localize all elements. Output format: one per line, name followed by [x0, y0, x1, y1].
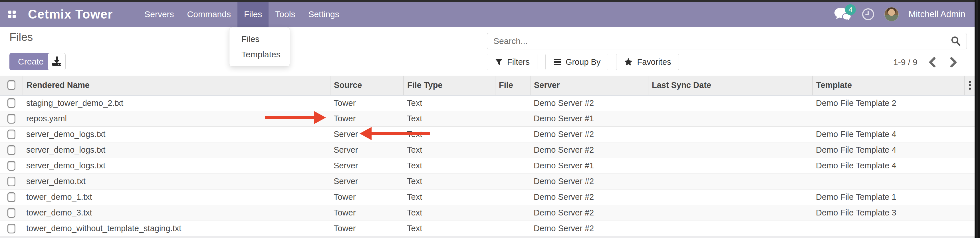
cell-source: Server: [330, 158, 404, 173]
cell-template: Demo File Template 4: [813, 127, 964, 142]
table-header-row: Rendered Name Source File Type File Serv…: [0, 76, 975, 95]
search-input[interactable]: [487, 36, 945, 46]
export-button[interactable]: [48, 53, 66, 70]
menu-item[interactable]: Servers: [138, 2, 180, 27]
files-table: Rendered Name Source File Type File Serv…: [0, 76, 975, 236]
cell-rendered-name: tower_demo_3.txt: [23, 205, 330, 221]
menu-item[interactable]: Settings: [302, 2, 345, 27]
column-header-rendered-name[interactable]: Rendered Name: [23, 76, 330, 95]
table-row[interactable]: tower_demo_3.txt Tower Text Demo Server …: [0, 205, 975, 221]
cell-template: Demo File Template 1: [813, 189, 964, 205]
cell-file: [495, 158, 530, 173]
page-title: Files: [10, 31, 33, 43]
row-select-cell: [0, 205, 23, 221]
cell-server: Demo Server #2: [530, 173, 648, 189]
row-checkbox[interactable]: [8, 98, 16, 108]
row-checkbox[interactable]: [8, 208, 16, 218]
menu-item[interactable]: Tools: [269, 2, 302, 27]
dropdown-item[interactable]: Templates: [229, 47, 290, 62]
cell-file-type: Text: [404, 158, 495, 173]
row-checkbox[interactable]: [8, 145, 16, 155]
row-checkbox[interactable]: [8, 130, 16, 139]
table-row[interactable]: server_demo_logs.txt Server Text Demo Se…: [0, 127, 975, 142]
table-row[interactable]: staging_tower_demo_2.txt Tower Text Demo…: [0, 95, 975, 111]
cell-source: Server: [330, 142, 404, 158]
cell-server: Demo Server #2: [530, 205, 648, 221]
pager-next-button[interactable]: [947, 56, 960, 68]
activities-button[interactable]: [862, 8, 875, 21]
row-select-cell: [0, 173, 23, 189]
pager-previous-button[interactable]: [926, 56, 939, 68]
table-row[interactable]: tower_demo_without_template_staging.txt …: [0, 221, 975, 236]
search-submit[interactable]: [945, 33, 967, 49]
user-avatar[interactable]: [885, 7, 899, 21]
table-row[interactable]: server_demo.txt Server Text Demo Server …: [0, 173, 975, 189]
cell-server: Demo Server #1: [530, 158, 648, 173]
row-checkbox[interactable]: [8, 192, 16, 202]
cell-last-sync-date: [648, 158, 813, 173]
favorites-button[interactable]: Favorites: [616, 54, 679, 70]
column-header-template[interactable]: Template: [813, 76, 964, 95]
download-icon: [51, 56, 63, 68]
column-header-last-sync-date[interactable]: Last Sync Date: [648, 76, 813, 95]
cell-options: [964, 205, 975, 221]
row-checkbox[interactable]: [8, 224, 16, 233]
cell-server: Demo Server #2: [530, 142, 648, 158]
table-row[interactable]: server_demo_logs.txt Server Text Demo Se…: [0, 158, 975, 173]
group-by-label: Group By: [566, 57, 601, 67]
brand-title[interactable]: Cetmix Tower: [24, 2, 116, 27]
table-row[interactable]: tower_demo_1.txt Tower Text Demo Server …: [0, 189, 975, 205]
search-icon: [950, 35, 961, 47]
cell-rendered-name: staging_tower_demo_2.txt: [23, 95, 330, 111]
cell-rendered-name: server_demo_logs.txt: [23, 142, 330, 158]
cell-last-sync-date: [648, 127, 813, 142]
cell-template: Demo File Template 4: [813, 142, 964, 158]
cell-source: Tower: [330, 205, 404, 221]
main-menu: Servers Commands Files Tools Settings: [138, 2, 346, 27]
screen: Cetmix Tower Servers Commands Files Tool…: [0, 0, 980, 238]
cell-server: Demo Server #1: [530, 111, 648, 127]
messages-button[interactable]: 4: [834, 6, 852, 22]
select-all-header[interactable]: [0, 76, 23, 95]
create-button[interactable]: Create: [10, 53, 52, 70]
cell-file-type: Text: [404, 142, 495, 158]
column-header-server[interactable]: Server: [530, 76, 648, 95]
column-header-source[interactable]: Source: [330, 76, 404, 95]
column-header-file[interactable]: File: [495, 76, 530, 95]
filters-button[interactable]: Filters: [487, 54, 538, 70]
menu-item[interactable]: Files: [237, 2, 269, 27]
cell-options: [964, 173, 975, 189]
table-row[interactable]: repos.yaml Tower Text Demo Server #1: [0, 111, 975, 127]
row-select-cell: [0, 111, 23, 127]
user-name[interactable]: Mitchell Admin: [908, 9, 966, 19]
column-options-header[interactable]: [964, 76, 975, 95]
dropdown-item[interactable]: Files: [229, 32, 290, 47]
apps-menu-button[interactable]: [0, 2, 24, 27]
scrollbar[interactable]: [977, 0, 977, 238]
cell-rendered-name: server_demo_logs.txt: [23, 158, 330, 173]
column-header-file-type[interactable]: File Type: [404, 76, 495, 95]
cell-server: Demo Server #2: [530, 221, 648, 236]
table-row[interactable]: server_demo_logs.txt Server Text Demo Se…: [0, 142, 975, 158]
apps-grid-icon: [8, 11, 16, 18]
row-checkbox[interactable]: [8, 114, 16, 124]
search-box: [487, 33, 967, 49]
cell-server: Demo Server #2: [530, 95, 648, 111]
chevron-left-icon: [928, 57, 937, 68]
row-checkbox[interactable]: [8, 161, 16, 171]
cell-file: [495, 142, 530, 158]
row-checkbox[interactable]: [8, 177, 16, 186]
select-all-checkbox[interactable]: [8, 80, 16, 90]
menu-item[interactable]: Commands: [181, 2, 237, 27]
cell-options: [964, 221, 975, 236]
cell-file-type: Text: [404, 189, 495, 205]
window-right-edge: [975, 0, 980, 238]
group-by-button[interactable]: Group By: [546, 54, 608, 70]
vertical-dots-icon[interactable]: [968, 81, 971, 90]
cell-last-sync-date: [648, 173, 813, 189]
funnel-icon: [495, 58, 503, 66]
cell-rendered-name: server_demo.txt: [23, 173, 330, 189]
table-bottom-strip: [0, 236, 975, 238]
cell-last-sync-date: [648, 95, 813, 111]
cell-file-type: Text: [404, 95, 495, 111]
